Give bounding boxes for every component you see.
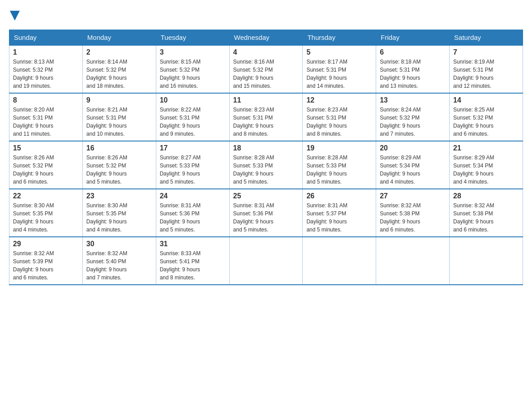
column-header-monday: Monday <box>82 30 156 46</box>
calendar-week-row: 15 Sunrise: 8:26 AM Sunset: 5:32 PM Dayl… <box>9 141 523 189</box>
day-info: Sunrise: 8:29 AM Sunset: 5:34 PM Dayligh… <box>453 154 519 186</box>
day-info: Sunrise: 8:15 AM Sunset: 5:32 PM Dayligh… <box>160 58 226 90</box>
day-number: 25 <box>233 192 299 200</box>
day-number: 31 <box>160 240 226 248</box>
column-header-sunday: Sunday <box>9 30 83 46</box>
day-info: Sunrise: 8:33 AM Sunset: 5:41 PM Dayligh… <box>160 249 226 282</box>
day-number: 30 <box>86 240 152 248</box>
day-number: 5 <box>306 48 372 56</box>
day-number: 3 <box>160 48 226 56</box>
day-number: 26 <box>306 192 372 200</box>
calendar-week-row: 29 Sunrise: 8:32 AM Sunset: 5:39 PM Dayl… <box>9 237 523 285</box>
day-number: 21 <box>453 144 519 152</box>
svg-marker-0 <box>10 11 20 21</box>
day-info: Sunrise: 8:24 AM Sunset: 5:32 PM Dayligh… <box>380 106 446 138</box>
calendar-week-row: 1 Sunrise: 8:13 AM Sunset: 5:32 PM Dayli… <box>9 45 523 93</box>
calendar-day-cell <box>229 237 303 285</box>
calendar-day-cell <box>450 237 523 285</box>
calendar-day-cell <box>376 237 450 285</box>
day-info: Sunrise: 8:31 AM Sunset: 5:36 PM Dayligh… <box>233 201 299 234</box>
day-number: 28 <box>453 192 519 200</box>
calendar-day-cell: 21 Sunrise: 8:29 AM Sunset: 5:34 PM Dayl… <box>450 141 523 189</box>
calendar-day-cell: 9 Sunrise: 8:21 AM Sunset: 5:31 PM Dayli… <box>82 93 156 141</box>
day-info: Sunrise: 8:29 AM Sunset: 5:34 PM Dayligh… <box>380 154 446 186</box>
calendar-day-cell: 22 Sunrise: 8:30 AM Sunset: 5:35 PM Dayl… <box>9 189 83 237</box>
calendar-day-cell: 19 Sunrise: 8:28 AM Sunset: 5:33 PM Dayl… <box>303 141 376 189</box>
day-number: 9 <box>86 96 152 104</box>
calendar-day-cell: 18 Sunrise: 8:28 AM Sunset: 5:33 PM Dayl… <box>229 141 303 189</box>
day-info: Sunrise: 8:26 AM Sunset: 5:32 PM Dayligh… <box>13 154 79 186</box>
day-info: Sunrise: 8:19 AM Sunset: 5:31 PM Dayligh… <box>453 58 519 90</box>
calendar-header-row: SundayMondayTuesdayWednesdayThursdayFrid… <box>9 30 523 46</box>
day-number: 18 <box>233 144 299 152</box>
day-number: 17 <box>160 144 226 152</box>
calendar-day-cell: 15 Sunrise: 8:26 AM Sunset: 5:32 PM Dayl… <box>9 141 83 189</box>
day-info: Sunrise: 8:31 AM Sunset: 5:37 PM Dayligh… <box>306 201 372 234</box>
calendar-day-cell: 28 Sunrise: 8:32 AM Sunset: 5:38 PM Dayl… <box>450 189 523 237</box>
day-info: Sunrise: 8:28 AM Sunset: 5:33 PM Dayligh… <box>306 154 372 186</box>
day-number: 6 <box>380 48 446 56</box>
day-info: Sunrise: 8:18 AM Sunset: 5:31 PM Dayligh… <box>380 58 446 90</box>
day-info: Sunrise: 8:31 AM Sunset: 5:36 PM Dayligh… <box>160 201 226 234</box>
calendar-day-cell: 6 Sunrise: 8:18 AM Sunset: 5:31 PM Dayli… <box>376 45 450 93</box>
day-number: 11 <box>233 96 299 104</box>
logo-triangle-icon <box>10 11 20 21</box>
day-number: 4 <box>233 48 299 56</box>
day-number: 22 <box>13 192 79 200</box>
column-header-wednesday: Wednesday <box>229 30 303 46</box>
day-info: Sunrise: 8:32 AM Sunset: 5:39 PM Dayligh… <box>13 249 79 282</box>
calendar-day-cell: 13 Sunrise: 8:24 AM Sunset: 5:32 PM Dayl… <box>376 93 450 141</box>
day-number: 8 <box>13 96 79 104</box>
calendar-day-cell: 8 Sunrise: 8:20 AM Sunset: 5:31 PM Dayli… <box>9 93 83 141</box>
calendar-day-cell: 31 Sunrise: 8:33 AM Sunset: 5:41 PM Dayl… <box>156 237 229 285</box>
day-info: Sunrise: 8:32 AM Sunset: 5:40 PM Dayligh… <box>86 249 152 282</box>
day-info: Sunrise: 8:30 AM Sunset: 5:35 PM Dayligh… <box>13 201 79 234</box>
calendar-day-cell: 3 Sunrise: 8:15 AM Sunset: 5:32 PM Dayli… <box>156 45 229 93</box>
day-info: Sunrise: 8:26 AM Sunset: 5:32 PM Dayligh… <box>86 154 152 186</box>
column-header-tuesday: Tuesday <box>156 30 229 46</box>
calendar-day-cell: 29 Sunrise: 8:32 AM Sunset: 5:39 PM Dayl… <box>9 237 83 285</box>
day-number: 10 <box>160 96 226 104</box>
day-info: Sunrise: 8:20 AM Sunset: 5:31 PM Dayligh… <box>13 106 79 138</box>
column-header-saturday: Saturday <box>450 30 523 46</box>
day-info: Sunrise: 8:32 AM Sunset: 5:38 PM Dayligh… <box>453 201 519 234</box>
day-info: Sunrise: 8:23 AM Sunset: 5:31 PM Dayligh… <box>306 106 372 138</box>
calendar-day-cell: 10 Sunrise: 8:22 AM Sunset: 5:31 PM Dayl… <box>156 93 229 141</box>
day-number: 24 <box>160 192 226 200</box>
day-number: 19 <box>306 144 372 152</box>
calendar-day-cell <box>303 237 376 285</box>
calendar-day-cell: 25 Sunrise: 8:31 AM Sunset: 5:36 PM Dayl… <box>229 189 303 237</box>
day-info: Sunrise: 8:25 AM Sunset: 5:32 PM Dayligh… <box>453 106 519 138</box>
day-info: Sunrise: 8:30 AM Sunset: 5:35 PM Dayligh… <box>86 201 152 234</box>
day-info: Sunrise: 8:16 AM Sunset: 5:32 PM Dayligh… <box>233 58 299 90</box>
column-header-thursday: Thursday <box>303 30 376 46</box>
day-number: 23 <box>86 192 152 200</box>
day-number: 13 <box>380 96 446 104</box>
calendar-day-cell: 30 Sunrise: 8:32 AM Sunset: 5:40 PM Dayl… <box>82 237 156 285</box>
calendar-day-cell: 5 Sunrise: 8:17 AM Sunset: 5:31 PM Dayli… <box>303 45 376 93</box>
day-info: Sunrise: 8:22 AM Sunset: 5:31 PM Dayligh… <box>160 106 226 138</box>
day-number: 20 <box>380 144 446 152</box>
day-number: 7 <box>453 48 519 56</box>
calendar-day-cell: 11 Sunrise: 8:23 AM Sunset: 5:31 PM Dayl… <box>229 93 303 141</box>
calendar-day-cell: 20 Sunrise: 8:29 AM Sunset: 5:34 PM Dayl… <box>376 141 450 189</box>
page-header <box>9 9 523 21</box>
calendar-day-cell: 16 Sunrise: 8:26 AM Sunset: 5:32 PM Dayl… <box>82 141 156 189</box>
day-info: Sunrise: 8:17 AM Sunset: 5:31 PM Dayligh… <box>306 58 372 90</box>
day-number: 14 <box>453 96 519 104</box>
day-info: Sunrise: 8:23 AM Sunset: 5:31 PM Dayligh… <box>233 106 299 138</box>
day-number: 29 <box>13 240 79 248</box>
day-number: 27 <box>380 192 446 200</box>
day-info: Sunrise: 8:28 AM Sunset: 5:33 PM Dayligh… <box>233 154 299 186</box>
day-info: Sunrise: 8:32 AM Sunset: 5:38 PM Dayligh… <box>380 201 446 234</box>
calendar-day-cell: 17 Sunrise: 8:27 AM Sunset: 5:33 PM Dayl… <box>156 141 229 189</box>
day-info: Sunrise: 8:14 AM Sunset: 5:32 PM Dayligh… <box>86 58 152 90</box>
day-info: Sunrise: 8:21 AM Sunset: 5:31 PM Dayligh… <box>86 106 152 138</box>
day-number: 12 <box>306 96 372 104</box>
calendar-week-row: 22 Sunrise: 8:30 AM Sunset: 5:35 PM Dayl… <box>9 189 523 237</box>
calendar-day-cell: 1 Sunrise: 8:13 AM Sunset: 5:32 PM Dayli… <box>9 45 83 93</box>
column-header-friday: Friday <box>376 30 450 46</box>
calendar-day-cell: 23 Sunrise: 8:30 AM Sunset: 5:35 PM Dayl… <box>82 189 156 237</box>
calendar-day-cell: 12 Sunrise: 8:23 AM Sunset: 5:31 PM Dayl… <box>303 93 376 141</box>
calendar-day-cell: 4 Sunrise: 8:16 AM Sunset: 5:32 PM Dayli… <box>229 45 303 93</box>
